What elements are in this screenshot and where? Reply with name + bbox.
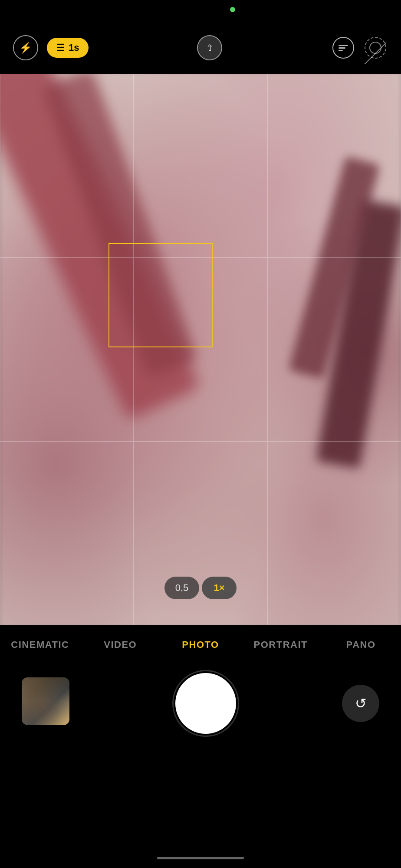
live-line-2 bbox=[339, 47, 345, 49]
zoom-1x-button[interactable]: 1× bbox=[202, 577, 237, 599]
live-photo-icon bbox=[332, 37, 354, 59]
zoom-1x-label: 1× bbox=[214, 582, 224, 594]
flip-camera-button[interactable]: ↺ bbox=[342, 685, 379, 722]
mode-pano[interactable]: PANO bbox=[321, 635, 401, 655]
shutter-button[interactable] bbox=[175, 673, 236, 734]
live-photo-lines bbox=[339, 45, 348, 51]
timer-value: 1s bbox=[69, 42, 79, 53]
no-photo-button[interactable] bbox=[363, 35, 388, 60]
flash-icon: ⚡ bbox=[19, 42, 32, 54]
live-photo-button[interactable] bbox=[331, 35, 356, 60]
chevron-up-icon: ⇧ bbox=[206, 43, 214, 52]
zoom-05-button[interactable]: 0,5 bbox=[164, 577, 199, 599]
top-left-controls: ⚡ ☰ 1s bbox=[13, 35, 89, 60]
top-controls: ⚡ ☰ 1s ⇧ bbox=[0, 22, 401, 74]
zoom-controls: 0,5 1× bbox=[164, 577, 237, 599]
thumbnail-image bbox=[22, 677, 69, 725]
mode-portrait-label: PORTRAIT bbox=[254, 639, 308, 650]
chevron-up-button[interactable]: ⇧ bbox=[197, 35, 222, 60]
home-indicator bbox=[157, 857, 244, 859]
mode-photo[interactable]: PHOTO bbox=[161, 635, 241, 655]
mode-pano-label: PANO bbox=[346, 639, 376, 650]
bottom-controls: ↺ bbox=[0, 664, 401, 812]
timer-icon: ☰ bbox=[56, 42, 65, 53]
no-photo-icon bbox=[365, 37, 386, 59]
mode-video-label: VIDEO bbox=[104, 639, 137, 650]
mode-portrait[interactable]: PORTRAIT bbox=[240, 635, 321, 655]
no-photo-line bbox=[365, 43, 387, 65]
mode-selector: CINEMATIC VIDEO PHOTO PORTRAIT PANO bbox=[0, 625, 401, 664]
flash-button[interactable]: ⚡ bbox=[13, 35, 38, 60]
mode-cinematic-label: CINEMATIC bbox=[11, 639, 69, 650]
shutter-inner bbox=[179, 677, 232, 730]
photo-thumbnail[interactable] bbox=[22, 677, 69, 725]
live-photo-inner bbox=[339, 45, 348, 51]
rotate-icon: ↺ bbox=[355, 695, 367, 712]
mode-video[interactable]: VIDEO bbox=[80, 635, 161, 655]
status-bar bbox=[0, 0, 401, 22]
no-photo-circle bbox=[369, 42, 381, 54]
timer-button[interactable]: ☰ 1s bbox=[47, 38, 89, 58]
viewfinder[interactable]: 0,5 1× bbox=[0, 74, 401, 625]
mode-cinematic[interactable]: CINEMATIC bbox=[0, 635, 80, 655]
live-line-3 bbox=[339, 50, 343, 51]
top-right-controls bbox=[331, 35, 388, 60]
status-indicator bbox=[230, 7, 235, 12]
mode-photo-label: PHOTO bbox=[182, 639, 219, 650]
camera-background bbox=[0, 74, 401, 625]
zoom-05-label: 0,5 bbox=[175, 582, 189, 594]
live-line-1 bbox=[339, 45, 348, 46]
